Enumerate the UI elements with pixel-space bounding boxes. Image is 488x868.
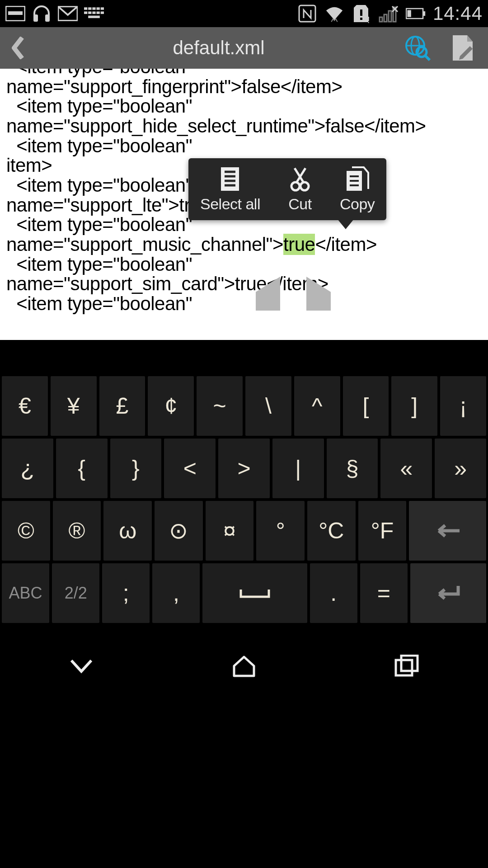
copy-button[interactable]: Copy bbox=[340, 166, 375, 212]
key-][interactable]: ] bbox=[391, 376, 437, 436]
key-°F[interactable]: °F bbox=[358, 501, 407, 561]
key-,[interactable]: , bbox=[152, 563, 200, 623]
key-¡[interactable]: ¡ bbox=[440, 376, 486, 436]
svg-rect-8 bbox=[97, 7, 100, 10]
app-bar: default.xml bbox=[0, 27, 488, 69]
key-<[interactable]: < bbox=[164, 439, 216, 498]
svg-rect-10 bbox=[84, 11, 87, 14]
code-line: <item type="boolean" bbox=[6, 136, 482, 156]
enter-key[interactable] bbox=[410, 563, 486, 623]
key-^[interactable]: ^ bbox=[294, 376, 340, 436]
abc-mode-key[interactable]: ABC bbox=[2, 563, 49, 623]
key-¢[interactable]: ¢ bbox=[148, 376, 194, 436]
ctx-label: Cut bbox=[288, 196, 311, 212]
svg-rect-20 bbox=[380, 17, 382, 22]
backspace-key[interactable] bbox=[409, 501, 486, 561]
key-.[interactable]: . bbox=[310, 563, 357, 623]
key-}[interactable]: } bbox=[110, 439, 162, 498]
svg-point-37 bbox=[291, 182, 300, 190]
svg-rect-1 bbox=[8, 11, 23, 15]
select-all-icon bbox=[217, 166, 243, 192]
selected-text[interactable]: true bbox=[283, 234, 315, 255]
edit-button[interactable] bbox=[447, 32, 480, 64]
code-line: name="support_sim_card">true</item> bbox=[6, 274, 482, 294]
svg-rect-18 bbox=[360, 18, 362, 20]
key-~[interactable]: ~ bbox=[197, 376, 243, 436]
key-¤[interactable]: ¤ bbox=[206, 501, 254, 561]
key-ω[interactable]: ω bbox=[103, 501, 152, 561]
space-key[interactable] bbox=[202, 563, 307, 623]
key-[[interactable]: [ bbox=[343, 376, 389, 436]
key-\[interactable]: \ bbox=[245, 376, 291, 436]
keyboard-notif-icon bbox=[84, 4, 104, 24]
svg-line-31 bbox=[425, 56, 430, 60]
screenshot-notif-icon bbox=[5, 4, 25, 24]
svg-rect-21 bbox=[384, 14, 387, 22]
key-«[interactable]: « bbox=[380, 439, 432, 498]
context-menu: Select all Cut Copy bbox=[188, 158, 386, 220]
sdcard-alert-icon: ! bbox=[352, 4, 371, 24]
nfc-icon bbox=[297, 4, 317, 24]
key->[interactable]: > bbox=[218, 439, 270, 498]
clock-text: 14:44 bbox=[433, 3, 483, 24]
code-line: name="support_fingerprint">false</item> bbox=[6, 77, 482, 97]
key-°C[interactable]: °C bbox=[307, 501, 356, 561]
key-¥[interactable]: ¥ bbox=[51, 376, 97, 436]
svg-rect-6 bbox=[88, 7, 91, 10]
svg-point-38 bbox=[300, 182, 309, 190]
navigation-bar bbox=[0, 641, 488, 691]
svg-rect-17 bbox=[360, 9, 362, 16]
key-=[interactable]: = bbox=[360, 563, 408, 623]
svg-rect-14 bbox=[101, 11, 104, 14]
select-all-button[interactable]: Select all bbox=[200, 166, 260, 212]
browser-search-button[interactable] bbox=[401, 32, 434, 64]
key-©[interactable]: © bbox=[2, 501, 50, 561]
svg-rect-44 bbox=[401, 656, 418, 671]
svg-rect-7 bbox=[92, 7, 95, 10]
ctx-label: Copy bbox=[340, 196, 375, 212]
key-§[interactable]: § bbox=[327, 439, 378, 498]
key-|[interactable]: | bbox=[272, 439, 324, 498]
key-»[interactable]: » bbox=[435, 439, 486, 498]
svg-rect-26 bbox=[407, 10, 411, 17]
key-⊙[interactable]: ⊙ bbox=[155, 501, 203, 561]
key-{[interactable]: { bbox=[56, 439, 108, 498]
key-¿[interactable]: ¿ bbox=[2, 439, 53, 498]
key-®[interactable]: ® bbox=[53, 501, 101, 561]
code-line: name="support_hide_select_runtime">false… bbox=[6, 116, 482, 136]
svg-rect-9 bbox=[101, 7, 104, 10]
svg-rect-12 bbox=[92, 11, 95, 14]
code-line: <item type="boolean" bbox=[6, 294, 482, 314]
svg-rect-25 bbox=[423, 11, 425, 16]
app-actions bbox=[401, 32, 488, 64]
nav-recent-button[interactable] bbox=[389, 652, 425, 679]
svg-rect-22 bbox=[389, 11, 391, 22]
cut-button[interactable]: Cut bbox=[287, 166, 313, 212]
key-€[interactable]: € bbox=[2, 376, 48, 436]
svg-rect-2 bbox=[33, 14, 38, 22]
svg-rect-11 bbox=[88, 11, 91, 14]
key-;[interactable]: ; bbox=[102, 563, 150, 623]
headphones-icon bbox=[32, 4, 52, 24]
nav-home-button[interactable] bbox=[226, 652, 262, 679]
wifi-icon bbox=[324, 4, 344, 24]
copy-icon bbox=[345, 166, 370, 192]
status-left bbox=[5, 4, 104, 24]
nav-back-button[interactable] bbox=[63, 652, 99, 679]
menu-pointer bbox=[338, 219, 354, 229]
code-line: <item type="boolean" bbox=[6, 255, 482, 274]
battery-icon bbox=[406, 4, 426, 24]
soft-keyboard: €¥£¢~\^[]¡ ¿{}<>|§«» ©®ω⊙¤°°C°F ABC2/2;,… bbox=[0, 340, 488, 623]
back-button[interactable] bbox=[0, 27, 36, 69]
code-line: <item type="boolean" bbox=[6, 96, 482, 116]
app-title: default.xml bbox=[36, 37, 401, 59]
text-editor[interactable]: <item type="boolean" name="support_finge… bbox=[0, 69, 488, 340]
gmail-icon bbox=[58, 4, 78, 24]
signal-none-icon bbox=[379, 4, 399, 24]
key-£[interactable]: £ bbox=[99, 376, 145, 436]
symbol-page-key[interactable]: 2/2 bbox=[52, 563, 99, 623]
key-°[interactable]: ° bbox=[256, 501, 305, 561]
scissors-icon bbox=[287, 166, 313, 192]
svg-text:!: ! bbox=[367, 15, 369, 23]
svg-rect-3 bbox=[45, 14, 50, 22]
